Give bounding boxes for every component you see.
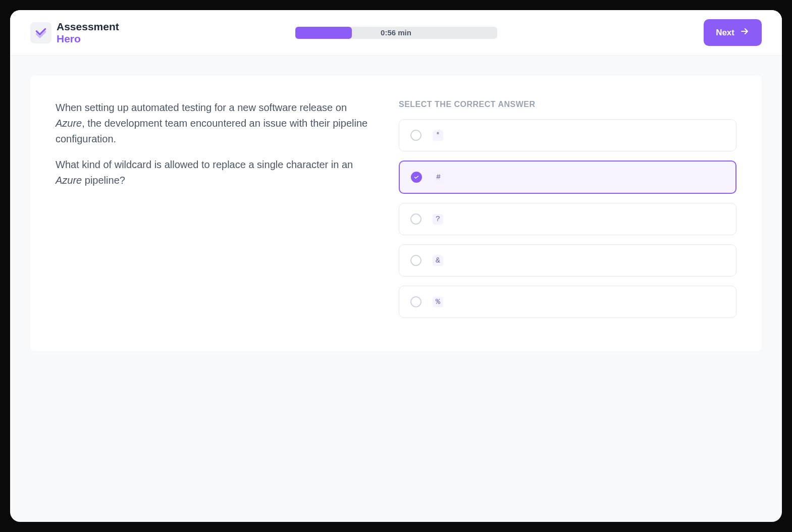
question-paragraph-2: What kind of wildcard is allowed to repl… — [56, 157, 368, 188]
radio-checked-icon — [411, 172, 422, 183]
header: Assessment Hero 0:56 min Next — [10, 10, 782, 56]
option-text: # — [433, 172, 444, 183]
question-p2-em: Azure — [56, 175, 82, 186]
answer-option-2[interactable]: ? — [399, 203, 736, 235]
arrow-right-icon — [740, 26, 750, 39]
logo-line2: Hero — [57, 33, 119, 44]
question-paragraph-1: When setting up automated testing for a … — [56, 100, 368, 147]
question-p1-pre: When setting up automated testing for a … — [56, 102, 347, 113]
question-column: When setting up automated testing for a … — [56, 100, 368, 327]
answers-title: SELECT THE CORRECT ANSWER — [399, 100, 736, 109]
answer-option-3[interactable]: & — [399, 244, 736, 277]
next-button[interactable]: Next — [704, 19, 762, 46]
next-button-label: Next — [716, 28, 734, 38]
radio-icon — [410, 255, 421, 266]
logo: Assessment Hero — [30, 21, 119, 44]
timer-label: 0:56 min — [295, 28, 497, 37]
logo-icon — [30, 22, 51, 43]
logo-line1: Assessment — [57, 21, 119, 32]
logo-text: Assessment Hero — [57, 21, 119, 44]
answers-column: SELECT THE CORRECT ANSWER * # — [399, 100, 736, 327]
answer-option-4[interactable]: % — [399, 286, 736, 318]
question-p2-pre: What kind of wildcard is allowed to repl… — [56, 159, 353, 170]
option-text: * — [433, 130, 443, 141]
app-window: Assessment Hero 0:56 min Next When setti… — [10, 10, 782, 522]
radio-icon — [410, 214, 421, 225]
progress-bar: 0:56 min — [295, 27, 497, 39]
option-text: & — [433, 255, 443, 266]
question-p1-em: Azure — [56, 118, 82, 129]
answer-option-1[interactable]: # — [399, 161, 736, 194]
content: When setting up automated testing for a … — [10, 56, 782, 371]
question-p1-post: , the development team encountered an is… — [56, 118, 367, 144]
option-text: % — [433, 297, 443, 307]
question-p2-post: pipeline? — [82, 175, 125, 186]
radio-icon — [410, 130, 421, 141]
radio-icon — [410, 296, 421, 307]
option-text: ? — [433, 214, 443, 225]
question-card: When setting up automated testing for a … — [30, 76, 762, 351]
answer-option-0[interactable]: * — [399, 119, 736, 151]
